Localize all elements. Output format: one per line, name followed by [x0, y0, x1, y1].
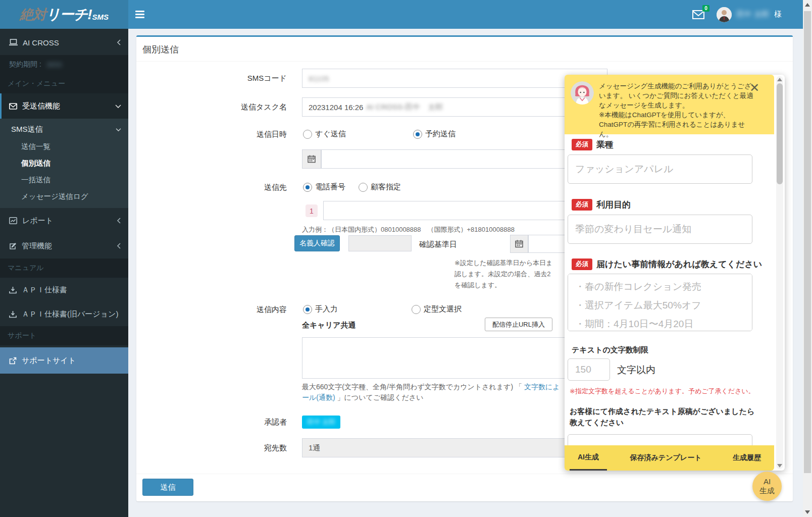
- external-link-icon: [9, 357, 17, 365]
- sidebar-toggle-icon[interactable]: [135, 11, 144, 18]
- recipient-count-value: 1通: [309, 443, 320, 453]
- sidebar-item-message-log[interactable]: メッセージ送信ログ: [0, 188, 128, 205]
- sidebar-item-admin[interactable]: 管理機能: [0, 233, 128, 258]
- window-scrollbar[interactable]: [803, 0, 812, 517]
- scroll-down-icon[interactable]: [777, 464, 782, 468]
- purpose-input[interactable]: [568, 215, 752, 244]
- radio-label: 手入力: [315, 304, 338, 314]
- task-name-label: 送信タスク名: [136, 97, 287, 117]
- tab-saved-templates[interactable]: 保存済みテンプレート: [622, 445, 710, 471]
- sidebar-item-api-doc[interactable]: ＡＰＩ仕様書: [0, 278, 128, 302]
- char-count-link[interactable]: 文字数によ: [524, 383, 560, 391]
- chevron-left-icon: [117, 39, 121, 45]
- sidebar-submenu-sms: SMS送信 送信一覧 個別送信 一括送信 メッセージ送信ログ: [0, 119, 128, 208]
- logo-part3: SMS: [92, 13, 109, 21]
- charlimit-input[interactable]: [568, 358, 610, 381]
- name-check-button[interactable]: 名義人確認: [294, 235, 340, 251]
- ai-generation-panel: メッセージング生成機能のご利用ありがとうございます。 いくつかご質問にお答えいた…: [565, 75, 785, 471]
- radio-send-scheduled[interactable]: 予約送信: [413, 129, 455, 139]
- approver-badge[interactable]: 田中 太郎: [302, 416, 340, 429]
- sidebar-item-ai-cross[interactable]: AI CROSS: [0, 30, 128, 55]
- required-badge: 必須: [572, 199, 592, 211]
- radio-label: 顧客指定: [371, 182, 401, 192]
- fab-line1: AI: [764, 477, 771, 486]
- calendar-icon: [515, 240, 523, 248]
- industry-input[interactable]: [568, 154, 752, 184]
- logo-part1: 絶対: [20, 6, 46, 24]
- phone-input-hint: 入力例：（日本国内形式）08010008888 （国際形式）+818010008…: [302, 225, 515, 234]
- max-chars-note-text: 最大660文字(文字種、全角/半角問わず文字数でカウントされます) 「: [302, 383, 524, 391]
- app-logo[interactable]: 絶対 リーチ! SMS: [0, 0, 128, 29]
- ai-panel-header: メッセージング生成機能のご利用ありがとうございます。 いくつかご質問にお答えいた…: [565, 75, 774, 134]
- calendar-addon-button[interactable]: [302, 149, 321, 169]
- fab-line2: 生成: [759, 486, 775, 495]
- radio-label: すぐ送信: [315, 129, 346, 139]
- sidebar-item-report[interactable]: レポート: [0, 208, 128, 233]
- name-check-result-field: [348, 235, 412, 251]
- task-name-input[interactable]: 20231204 16:26 AI CROSS-田中 太郎: [302, 97, 607, 117]
- ai-panel-scrollbar[interactable]: [776, 76, 783, 469]
- close-icon[interactable]: ✕: [749, 82, 759, 94]
- recipient-count-label: 宛先数: [136, 438, 287, 457]
- base-date-calendar-button[interactable]: [510, 235, 528, 253]
- tab-ai-generate[interactable]: AI生成: [570, 445, 607, 471]
- submit-button[interactable]: 送信: [142, 479, 193, 496]
- mail-count-badge: 0: [702, 5, 709, 12]
- sidebar-item-individual-send[interactable]: 個別送信: [0, 155, 128, 172]
- sidebar-item-label: ＡＰＩ仕様書(旧バージョン): [22, 309, 121, 319]
- radio-template-select[interactable]: 定型文選択: [412, 304, 462, 314]
- message-body-textarea[interactable]: [302, 337, 607, 379]
- calendar-icon: [308, 155, 316, 163]
- required-badge: 必須: [572, 139, 592, 150]
- radio-manual-input[interactable]: 手入力: [303, 304, 338, 314]
- sidebar: AI CROSS 契約期間 : 3650 メイン・メニュー 受送信機能 SMS送…: [0, 29, 128, 517]
- ai-generate-fab[interactable]: AI 生成: [752, 472, 782, 501]
- user-menu[interactable]: 田中 太郎 様: [717, 7, 782, 22]
- tab-generation-history[interactable]: 生成履歴: [725, 445, 769, 471]
- recipient-label: 送信先: [136, 181, 287, 194]
- base-date-note-line3: を確認します。: [454, 280, 552, 291]
- sidebar-item-api-doc-old[interactable]: ＡＰＩ仕様書(旧バージョン): [0, 302, 128, 326]
- chevron-down-icon: [115, 104, 121, 109]
- mail-button[interactable]: 0: [692, 9, 705, 20]
- approver-label: 承認者: [136, 416, 287, 429]
- scroll-up-icon[interactable]: [777, 78, 782, 81]
- ai-panel-tabbar: AI生成 保存済みテンプレート 生成履歴: [565, 445, 774, 471]
- approver-name: 田中 太郎: [307, 418, 335, 427]
- sidebar-item-send-list[interactable]: 送信一覧: [0, 138, 128, 155]
- scrollbar-thumb[interactable]: [777, 83, 783, 184]
- charlimit-warning: ※指定文字数を超えることがあります。予めご了承ください。: [570, 387, 755, 396]
- sidebar-item-label: ＡＰＩ仕様書: [22, 285, 121, 295]
- radio-send-now[interactable]: すぐ送信: [303, 129, 346, 139]
- scroll-up-icon[interactable]: [805, 3, 810, 7]
- base-date-note-line2: 認します。未設定の場合、過去2: [454, 269, 552, 280]
- char-count-link2[interactable]: ール(通数): [302, 393, 335, 401]
- scroll-down-icon[interactable]: [805, 510, 810, 514]
- chevron-left-icon: [117, 218, 121, 224]
- chevron-down-icon: [116, 128, 121, 132]
- sms-code-label: SMSコード: [136, 69, 287, 88]
- contract-label: 契約期間 :: [9, 60, 41, 69]
- unsubscribe-url-button[interactable]: 配信停止URL挿入: [485, 318, 552, 331]
- sidebar-item-sms-group[interactable]: SMS送信: [0, 121, 128, 138]
- download-icon: [9, 286, 17, 294]
- required-badge: 必須: [572, 258, 592, 270]
- radio-phone-number[interactable]: 電話番号: [303, 182, 345, 192]
- sms-code-input[interactable]: 81105: [302, 69, 607, 88]
- max-chars-note-suffix: 」についてご確認ください: [335, 393, 424, 401]
- radio-customer-specify[interactable]: 顧客指定: [359, 182, 401, 192]
- sidebar-item-label: 管理機能: [22, 241, 112, 251]
- base-date-label: 確認基準日: [419, 236, 505, 253]
- info-textarea[interactable]: [568, 274, 752, 331]
- user-name-suffix: 様: [774, 10, 782, 19]
- sms-code-value: 81105: [309, 74, 329, 83]
- radio-label: 予約送信: [425, 129, 455, 139]
- sidebar-item-messaging[interactable]: 受送信機能: [0, 93, 128, 119]
- scrollbar-thumb[interactable]: [804, 11, 811, 473]
- sidebar-item-bulk-send[interactable]: 一括送信: [0, 172, 128, 188]
- laptop-icon: [9, 39, 18, 46]
- base-date-note-line1: ※設定した確認基準日から本日ま: [454, 257, 552, 269]
- envelope-icon: [9, 103, 17, 110]
- sidebar-item-support-site[interactable]: サポートサイト: [0, 347, 128, 374]
- charlimit-label: テキストの文字数制限: [572, 345, 648, 355]
